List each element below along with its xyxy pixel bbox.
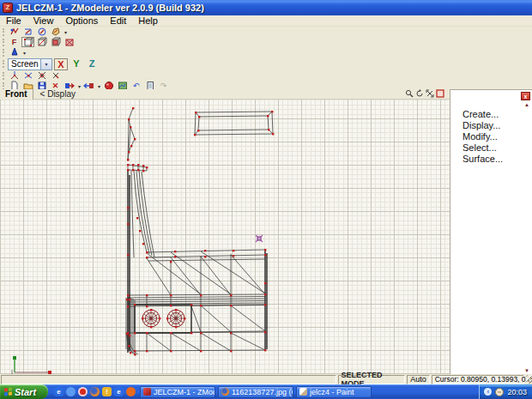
toolbar-grip[interactable] xyxy=(3,28,5,36)
task-zmodeler-label: JELCZM-1 - ZModele... xyxy=(154,388,215,396)
toolbar-grip[interactable] xyxy=(3,39,5,46)
viewport-tab-front[interactable]: Front xyxy=(0,89,33,100)
toolbar-row-gizmo: ▾ xyxy=(0,47,532,57)
quick-launch-bar: e ! e xyxy=(48,387,140,396)
quick-launch-icon-6[interactable]: e xyxy=(114,387,124,396)
select-quadr-icon[interactable] xyxy=(21,27,34,37)
panel-scroll-up-icon[interactable]: ▲ xyxy=(524,102,529,107)
toolbar-grip[interactable] xyxy=(3,60,5,68)
system-tray: ‹ 20:03 xyxy=(479,384,532,399)
task-buttons: JELCZM-1 - ZModele... 1162138727.jpg (Ob… xyxy=(140,386,372,398)
toolbars: ▾ F ▾ Screen ▾ X xyxy=(0,27,532,89)
quick-launch-icon-4[interactable] xyxy=(90,387,100,396)
resize-grip[interactable] xyxy=(526,375,532,384)
zmodeler-task-icon xyxy=(143,388,151,396)
firefox-task-icon xyxy=(221,388,229,396)
task-paint[interactable]: jelcz4 - Paint xyxy=(296,386,372,398)
quick-launch-icon-3[interactable] xyxy=(78,387,88,396)
orbit-icon[interactable] xyxy=(415,89,424,100)
export-dropdown-icon[interactable]: ▾ xyxy=(96,83,102,89)
taskbar: Start e ! e JELCZM-1 - ZModele... 116213… xyxy=(0,384,532,399)
pan-expand-icon[interactable] xyxy=(426,89,434,100)
status-message-field xyxy=(1,375,336,384)
panel-item-modify[interactable]: Modify... xyxy=(450,131,532,142)
menu-file[interactable]: File xyxy=(0,15,27,26)
toolbar-row-level: F xyxy=(0,37,532,47)
axis-gizmo xyxy=(12,356,51,374)
toolbar-grip[interactable] xyxy=(3,49,5,57)
axis-x-button[interactable]: X xyxy=(54,58,68,70)
viewport-front[interactable] xyxy=(0,100,450,374)
panel-item-select[interactable]: Select... xyxy=(450,142,532,154)
axes-space-value: Screen xyxy=(11,59,39,69)
import-dropdown-icon[interactable]: ▾ xyxy=(76,83,82,89)
maximize-viewport-icon[interactable] xyxy=(436,89,444,100)
cone-tool-icon[interactable] xyxy=(8,47,21,57)
vertices-level-icon[interactable] xyxy=(21,37,34,47)
axes-mode-icon[interactable] xyxy=(8,70,21,81)
app-icon: Z xyxy=(3,3,13,13)
panel-item-surface[interactable]: Surface... xyxy=(450,154,532,165)
quick-launch-icon-2[interactable] xyxy=(66,387,76,396)
menu-edit[interactable]: Edit xyxy=(104,15,132,26)
viewport-header: Front < Display xyxy=(0,89,450,100)
command-panel: x ▲ Create... Display... Modify... Selec… xyxy=(450,89,532,375)
axis-z-button[interactable]: Z xyxy=(85,58,99,70)
tray-status-icon[interactable] xyxy=(495,384,504,399)
select-single-icon[interactable] xyxy=(8,27,21,37)
select-circle-icon[interactable] xyxy=(35,27,48,37)
task-firefox[interactable]: 1162138727.jpg (Ob... xyxy=(218,386,293,398)
viewport-display-menu[interactable]: < Display xyxy=(33,89,82,99)
statusbar: SELECTED MODE Auto Cursor: 0.80950, 0.13… xyxy=(0,374,532,384)
toolbar-row-transform xyxy=(0,70,532,81)
menubar: File View Options Edit Help xyxy=(0,15,532,27)
edges-level-icon[interactable] xyxy=(35,37,48,47)
start-button[interactable]: Start xyxy=(0,384,48,399)
move-gizmo-icon[interactable] xyxy=(21,70,34,81)
wheel-left xyxy=(142,310,160,327)
objects-level-icon[interactable] xyxy=(63,37,76,47)
panel-item-create[interactable]: Create... xyxy=(450,109,532,120)
scale-gizmo-icon[interactable] xyxy=(49,70,62,81)
wireframe-model xyxy=(0,100,450,374)
status-mode: SELECTED MODE xyxy=(338,375,406,384)
axes-space-combobox[interactable]: Screen ▾ xyxy=(8,58,52,70)
task-zmodeler[interactable]: JELCZM-1 - ZModele... xyxy=(140,386,215,398)
polygons-level-icon[interactable] xyxy=(49,37,62,47)
menu-help[interactable]: Help xyxy=(132,15,164,26)
start-label: Start xyxy=(15,387,36,397)
tray-chevron-icon[interactable]: ‹ xyxy=(484,388,492,396)
toolbar-row-select: ▾ xyxy=(0,27,532,37)
clock: 20:03 xyxy=(507,388,527,396)
paint-task-icon xyxy=(299,388,307,396)
toolbar-grip[interactable] xyxy=(3,72,5,80)
wheel-right xyxy=(167,310,184,327)
quick-launch-icon-5[interactable]: ! xyxy=(102,387,112,396)
cone-dropdown-icon[interactable]: ▾ xyxy=(21,50,27,56)
rotate-gizmo-icon[interactable] xyxy=(35,70,48,81)
panel-item-display[interactable]: Display... xyxy=(450,120,532,131)
windows-logo-icon xyxy=(4,388,12,396)
quick-launch-icon-1[interactable]: e xyxy=(54,387,63,396)
window-title: JELCZM-1 - ZModeler ver 2.0.9 (Build 932… xyxy=(16,3,204,13)
task-paint-label: jelcz4 - Paint xyxy=(310,388,354,396)
combo-dropdown-icon[interactable]: ▾ xyxy=(40,59,51,70)
menu-options[interactable]: Options xyxy=(59,15,104,26)
axis-y-button[interactable]: Y xyxy=(70,58,83,70)
status-cursor-coordinates: Cursor: 0.80950, 0.13993, 0.00000 xyxy=(432,375,524,384)
panel-close-icon[interactable]: x xyxy=(521,92,530,100)
quick-launch-icon-7[interactable] xyxy=(126,387,136,396)
select-dropdown-icon[interactable]: ▾ xyxy=(63,29,69,35)
faces-mode-icon[interactable]: F xyxy=(8,37,21,47)
toolbar-row-axes: Screen ▾ X Y Z xyxy=(0,57,532,70)
zmodeler-window: Z JELCZM-1 - ZModeler ver 2.0.9 (Build 9… xyxy=(0,0,532,399)
titlebar[interactable]: Z JELCZM-1 - ZModeler ver 2.0.9 (Build 9… xyxy=(0,0,532,15)
select-poly-icon[interactable] xyxy=(49,27,62,37)
menu-view[interactable]: View xyxy=(27,15,60,26)
zoom-icon[interactable] xyxy=(405,89,414,100)
selection-marker xyxy=(256,235,263,242)
status-auto[interactable]: Auto xyxy=(407,375,430,384)
task-firefox-label: 1162138727.jpg (Ob... xyxy=(232,388,293,396)
panel-scroll-down-icon[interactable]: ▼ xyxy=(524,368,529,373)
